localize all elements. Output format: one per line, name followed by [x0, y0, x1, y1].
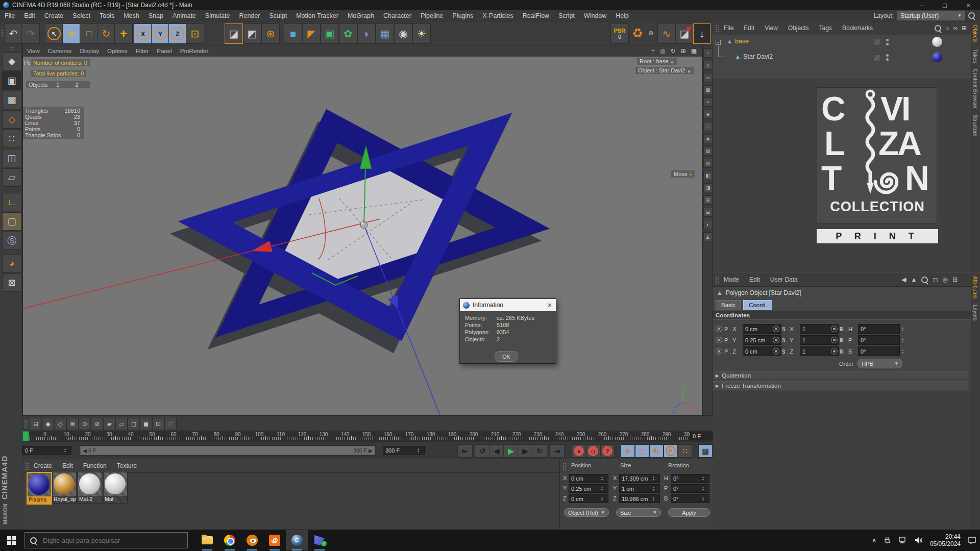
points-mode-button[interactable]: ∷: [2, 130, 21, 148]
add-cube-button[interactable]: ■: [284, 23, 302, 44]
timeline-tool-9[interactable]: ◻: [128, 418, 140, 430]
mat-menu-create[interactable]: Create: [29, 462, 57, 469]
tab-content-browser[interactable]: Content Browser: [971, 66, 979, 112]
quaternion-fold[interactable]: ▶ Quaternion: [713, 371, 968, 380]
coordinate-system-button[interactable]: ⊡: [186, 23, 204, 44]
material-royal[interactable]: Royal_sp: [52, 472, 77, 504]
view-toggle-icon[interactable]: ⊞: [681, 47, 686, 55]
size-y-field[interactable]: 1 cm▴▾: [619, 484, 660, 493]
environment-button[interactable]: ◗: [357, 23, 376, 44]
vmenu-options[interactable]: Options: [103, 48, 132, 54]
coords-grip[interactable]: [562, 462, 566, 470]
start-button[interactable]: [0, 530, 22, 550]
rot-b-field[interactable]: 0°▴▾: [671, 494, 709, 503]
menu-mesh[interactable]: Mesh: [119, 12, 144, 19]
side-tool-11[interactable]: ◧: [703, 171, 713, 180]
subdivision-surface-button[interactable]: ▣: [321, 23, 339, 44]
attr-menu-edit[interactable]: Edit: [744, 276, 765, 283]
timeline-tool-8[interactable]: ▱: [115, 418, 128, 430]
layout-dropdown[interactable]: Startup (User) ▼: [897, 11, 965, 20]
rot-h-field[interactable]: 0°▴▾: [671, 474, 709, 483]
side-tool-3[interactable]: ▭: [703, 73, 713, 82]
home-icon[interactable]: ⌂: [945, 24, 949, 32]
power-plug-icon[interactable]: x: [884, 537, 892, 544]
playhead[interactable]: [22, 431, 29, 441]
attr-menu-userdata[interactable]: User Data: [765, 276, 803, 283]
spinner-icon[interactable]: ▴▾: [902, 349, 906, 354]
editor-visibility-dot[interactable]: [886, 54, 889, 57]
keyframe-selection-button[interactable]: ▤: [698, 444, 713, 458]
lock-x-axis-button[interactable]: X: [134, 23, 152, 44]
menu-sculpt[interactable]: Sculpt: [264, 12, 291, 19]
key-radio-icon[interactable]: [773, 325, 779, 332]
material-tag-blue-sphere[interactable]: [932, 52, 942, 62]
render-settings-button[interactable]: ⊛: [261, 23, 280, 44]
workplane-mode-button[interactable]: ◇: [2, 110, 21, 129]
close-button[interactable]: ×: [957, 0, 980, 10]
frame-scrollbar[interactable]: ◀ 0 F 300 F ▶: [80, 445, 376, 456]
om-menu-bookmarks[interactable]: Bookmarks: [837, 24, 878, 32]
viewport-solo-button[interactable]: ▢: [2, 212, 21, 231]
minimize-button[interactable]: –: [910, 0, 933, 10]
tab-attributes[interactable]: Attributes: [971, 273, 979, 302]
record-objects-button[interactable]: ( ): [586, 444, 600, 458]
side-tool-12[interactable]: ◨: [703, 183, 713, 192]
timeline-tool-1[interactable]: ⊟: [30, 418, 42, 430]
menu-simulate[interactable]: Simulate: [201, 12, 235, 19]
mat-menu-edit[interactable]: Edit: [57, 462, 78, 469]
material-mat[interactable]: Mat: [103, 472, 128, 504]
render-visibility-dot[interactable]: [886, 43, 889, 45]
side-tool-15[interactable]: ◐: [703, 220, 713, 229]
om-menu-view[interactable]: View: [760, 24, 783, 32]
spline-pen-button[interactable]: ◤: [302, 23, 321, 44]
history-forward-icon[interactable]: ▲: [911, 276, 917, 283]
dialog-close-icon[interactable]: ×: [548, 301, 552, 309]
play-button[interactable]: ▶: [503, 444, 519, 458]
lock-z-axis-button[interactable]: Z: [168, 23, 187, 44]
dialog-title-bar[interactable]: Information ×: [460, 299, 556, 311]
tray-chevron-icon[interactable]: ∧: [872, 537, 876, 544]
menu-snap[interactable]: Snap: [144, 12, 168, 19]
size-x-field[interactable]: 17.309 cm▴▾: [619, 474, 660, 483]
om-menu-tags[interactable]: Tags: [814, 24, 837, 32]
vmenu-cameras[interactable]: Cameras: [44, 48, 76, 54]
vmenu-prorender[interactable]: ProRender: [176, 48, 213, 54]
vmenu-display[interactable]: Display: [76, 48, 103, 54]
mat-menu-function[interactable]: Function: [78, 462, 112, 469]
timeline-tool-12[interactable]: ∷: [164, 418, 177, 430]
notification-icon[interactable]: [968, 536, 977, 544]
edges-mode-button[interactable]: ◫: [2, 149, 21, 167]
side-tool-5[interactable]: ≡: [703, 97, 713, 107]
timeline-tool-2[interactable]: ◆: [42, 418, 54, 430]
side-tool-6[interactable]: ⊕: [703, 110, 713, 119]
menu-tools[interactable]: Tools: [95, 12, 119, 19]
object-row-base[interactable]: ▲ base: [727, 38, 749, 45]
om-menu-edit[interactable]: Edit: [739, 24, 760, 32]
attr-menu-mode[interactable]: Mode: [719, 276, 744, 283]
viewport[interactable]: y x z View Cameras Display Options Filte…: [22, 45, 702, 416]
material-mat2[interactable]: Mat.2: [78, 472, 102, 504]
key-position-toggle[interactable]: +: [621, 444, 635, 458]
prev-frame-button[interactable]: ◀: [489, 444, 504, 458]
vmenu-panel[interactable]: Panel: [153, 48, 176, 54]
last-tool-button[interactable]: +: [114, 23, 133, 44]
key-scale-toggle[interactable]: □: [635, 444, 649, 458]
end-frame-field[interactable]: 300 F ▴▾: [383, 446, 425, 455]
timeline-ruler[interactable]: 0102030405060708090100110120130140150160…: [22, 431, 713, 442]
cinema4d-taskbar-icon[interactable]: C: [286, 530, 308, 550]
settings-gear-button[interactable]: ⊛: [646, 23, 655, 43]
volume-icon[interactable]: [915, 537, 923, 544]
taskbar-search[interactable]: [24, 532, 188, 548]
texture-mode-button[interactable]: ▩: [2, 91, 21, 109]
take-render-button[interactable]: ◪: [675, 23, 694, 44]
move-tool-button[interactable]: +: [62, 23, 81, 44]
floor-button[interactable]: ▦: [376, 23, 394, 44]
menu-window[interactable]: Window: [579, 12, 611, 19]
history-back-icon[interactable]: ◀: [901, 276, 906, 283]
paint-button[interactable]: ◕: [2, 254, 21, 272]
key-rotation-toggle[interactable]: ↻: [649, 444, 664, 458]
vmenu-filter[interactable]: Filter: [132, 48, 153, 54]
menu-script[interactable]: Script: [554, 12, 579, 19]
camera-button[interactable]: ◉: [394, 23, 412, 44]
next-frame-button[interactable]: ▶: [518, 444, 533, 458]
